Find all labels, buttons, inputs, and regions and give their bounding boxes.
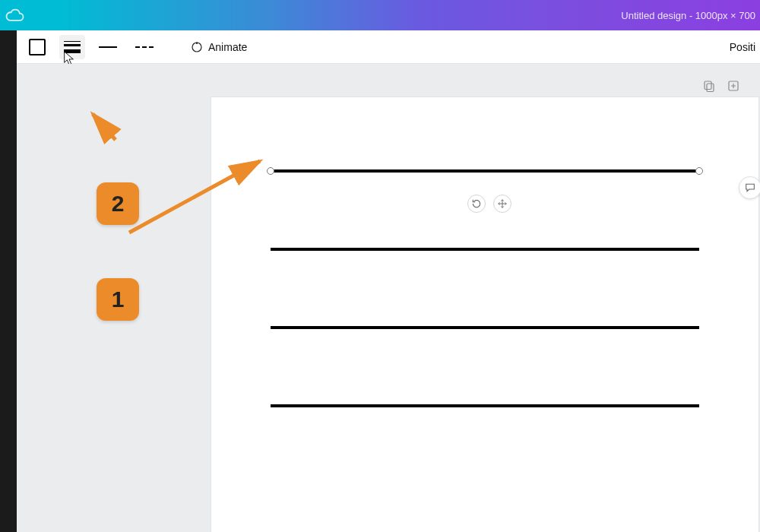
app-header: Untitled design - 760px × 532 bbox=[0, 0, 760, 30]
svg-point-1 bbox=[196, 42, 198, 43]
line-style-dashed-icon bbox=[135, 46, 154, 48]
cloud-save-icon[interactable] bbox=[5, 8, 26, 24]
position-button[interactable]: Positi bbox=[725, 38, 760, 56]
move-button[interactable] bbox=[493, 195, 511, 213]
move-icon bbox=[497, 198, 508, 209]
canvas-line[interactable] bbox=[271, 169, 699, 173]
selection-float-controls bbox=[467, 195, 511, 213]
rotate-icon bbox=[471, 198, 482, 209]
page-actions bbox=[702, 79, 740, 93]
annotation-callout-2: 2 bbox=[97, 182, 139, 225]
canvas-line[interactable] bbox=[271, 248, 699, 251]
annotation-callout-1: 1 bbox=[97, 278, 139, 321]
design-canvas[interactable] bbox=[211, 97, 758, 532]
canvas-line[interactable] bbox=[271, 326, 699, 329]
duplicate-page-icon[interactable] bbox=[702, 79, 716, 93]
animate-button[interactable]: Animate bbox=[184, 37, 253, 57]
animate-icon bbox=[190, 40, 204, 54]
svg-rect-3 bbox=[707, 84, 714, 92]
annotation-arrow-1 bbox=[119, 157, 271, 240]
svg-rect-2 bbox=[705, 81, 711, 90]
canvas-line[interactable] bbox=[271, 404, 699, 407]
side-panel[interactable] bbox=[0, 30, 17, 532]
animate-label: Animate bbox=[208, 41, 247, 53]
line-weight-icon bbox=[64, 41, 81, 53]
workspace: + Add page 2 1 bbox=[17, 64, 760, 532]
svg-line-6 bbox=[129, 161, 260, 233]
rotate-button[interactable] bbox=[467, 195, 486, 213]
comment-icon bbox=[744, 182, 756, 194]
line-style-solid-icon bbox=[99, 46, 117, 48]
line-color-button[interactable] bbox=[24, 35, 50, 59]
add-page-icon[interactable] bbox=[727, 79, 740, 93]
line-color-icon bbox=[29, 39, 46, 55]
comment-button[interactable] bbox=[739, 176, 760, 199]
context-toolbar: Animate Positi bbox=[0, 30, 760, 64]
line-style-dashed-button[interactable] bbox=[131, 35, 158, 59]
annotation-arrow-2 bbox=[93, 114, 154, 144]
line-style-solid-button[interactable] bbox=[94, 35, 122, 59]
document-title: Untitled design - 760px × 532 bbox=[621, 10, 755, 21]
svg-line-5 bbox=[93, 114, 116, 140]
line-handle-right[interactable] bbox=[695, 167, 703, 175]
line-weight-button[interactable] bbox=[59, 35, 85, 59]
